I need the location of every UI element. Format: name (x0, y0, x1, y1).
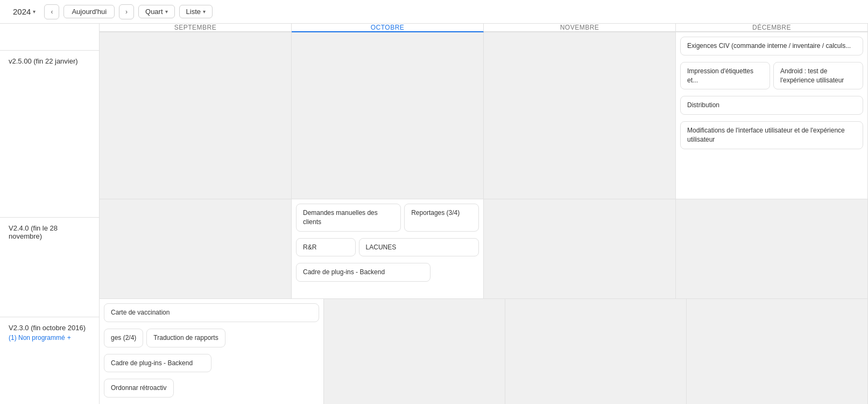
card-v240-oct-1[interactable]: Demandes manuelles des clients (296, 204, 401, 232)
month-decembre[interactable]: DÉCEMBRE (676, 24, 868, 31)
liste-chevron: ▾ (203, 9, 206, 15)
grid-row-v240: Demandes manuelles des clients Reportage… (100, 199, 868, 299)
year-chevron: ▾ (33, 9, 36, 15)
cell-v250-sep (100, 32, 292, 199)
year-selector[interactable]: 2024 ▾ (9, 5, 40, 18)
oct-v240-row1: Demandes manuelles des clients Reportage… (296, 204, 479, 235)
liste-dropdown[interactable]: Liste ▾ (179, 5, 213, 18)
grid-row-v230: Carte de vaccination ges (2/4) Traductio… (100, 299, 868, 404)
card-v250-dec-1[interactable]: Exigences CIV (commande interne / invent… (680, 37, 863, 55)
card-v240-oct-3[interactable]: R&R (296, 238, 356, 257)
cell-v230-sep: Carte de vaccination ges (2/4) Traductio… (100, 299, 324, 404)
oct-v240-row2: R&R LACUNES (296, 238, 479, 260)
v230-subtitle[interactable]: (1) Non programmé + (9, 334, 90, 342)
grid-area: SEPTEMBRE OCTOBRE NOVEMBRE DÉCEMBRE (100, 24, 868, 404)
oct-v240-cards: Demandes manuelles des clients Reportage… (296, 204, 479, 285)
cell-v230-nov (505, 299, 687, 404)
card-v230-sep-1[interactable]: Carte de vaccination (104, 303, 319, 322)
calendar-container: v2.5.00 (fin 22 janvier) V2.4.0 (fin le … (0, 24, 868, 404)
row-label-v230: V2.3.0 (fin octobre 2016) (1) Non progra… (0, 317, 99, 404)
card-v240-oct-5[interactable]: Cadre de plug-ins - Backend (296, 263, 431, 282)
cell-v250-nov (484, 32, 676, 199)
card-v250-dec-5[interactable]: Modifications de l'interface utilisateur… (680, 121, 863, 149)
cell-v240-sep (100, 199, 292, 298)
v240-title: V2.4.0 (fin le 28 novembre) (9, 224, 90, 240)
month-septembre[interactable]: SEPTEMBRE (100, 24, 292, 31)
card-v250-dec-4[interactable]: Distribution (680, 96, 863, 115)
month-octobre[interactable]: OCTOBRE (292, 24, 484, 32)
row-labels: v2.5.00 (fin 22 janvier) V2.4.0 (fin le … (0, 24, 100, 404)
sep-v230-cards: Carte de vaccination ges (2/4) Traductio… (104, 303, 319, 401)
cell-v250-oct (292, 32, 484, 199)
cell-v240-dec (676, 199, 868, 298)
quart-chevron: ▾ (165, 9, 168, 15)
today-button[interactable]: Aujourd'hui (63, 5, 115, 18)
row-label-v250: v2.5.00 (fin 22 janvier) (0, 51, 99, 218)
quart-label: Quart (145, 8, 163, 16)
card-v250-dec-3[interactable]: Android : test de l'expérience utilisate… (773, 62, 863, 90)
cell-v230-dec (687, 299, 868, 404)
sep-v230-row2: ges (2/4) Traduction de rapports (104, 329, 319, 351)
quart-dropdown[interactable]: Quart ▾ (138, 5, 175, 18)
card-v230-sep-4[interactable]: Cadre de plug-ins - Backend (104, 354, 211, 373)
cell-v230-oct (324, 299, 505, 404)
card-v230-sep-3[interactable]: Traduction de rapports (146, 329, 225, 347)
v250-title: v2.5.00 (fin 22 janvier) (9, 57, 90, 65)
cell-v250-dec: Exigences CIV (commande interne / invent… (676, 32, 868, 199)
cell-v240-oct: Demandes manuelles des clients Reportage… (292, 199, 484, 298)
card-v240-oct-4[interactable]: LACUNES (359, 238, 479, 257)
next-button[interactable]: › (119, 4, 134, 19)
grid-row-v250: Exigences CIV (commande interne / invent… (100, 32, 868, 199)
toolbar: 2024 ▾ ‹ Aujourd'hui › Quart ▾ Liste ▾ (0, 0, 868, 24)
month-novembre[interactable]: NOVEMBRE (484, 24, 676, 31)
card-v250-dec-2[interactable]: Impression d'étiquettes et... (680, 62, 770, 90)
liste-label: Liste (186, 8, 201, 16)
cell-v240-nov (484, 199, 676, 298)
card-v230-sep-5[interactable]: Ordonnar rétroactiv (104, 379, 174, 398)
v230-subtitle-text: (1) Non programmé (9, 334, 65, 342)
card-v230-sep-2[interactable]: ges (2/4) (104, 329, 143, 347)
v230-title: V2.3.0 (fin octobre 2016) (9, 324, 90, 332)
card-v240-oct-2[interactable]: Reportages (3/4) (404, 204, 479, 232)
year-label: 2024 (13, 7, 31, 16)
prev-button[interactable]: ‹ (44, 4, 59, 19)
row-label-v240: V2.4.0 (fin le 28 novembre) (0, 218, 99, 317)
dec-v250-row1: Impression d'étiquettes et... Android : … (680, 62, 863, 93)
v230-plus-icon: + (67, 334, 71, 342)
label-header-spacer (0, 24, 99, 51)
months-header: SEPTEMBRE OCTOBRE NOVEMBRE DÉCEMBRE (100, 24, 868, 32)
